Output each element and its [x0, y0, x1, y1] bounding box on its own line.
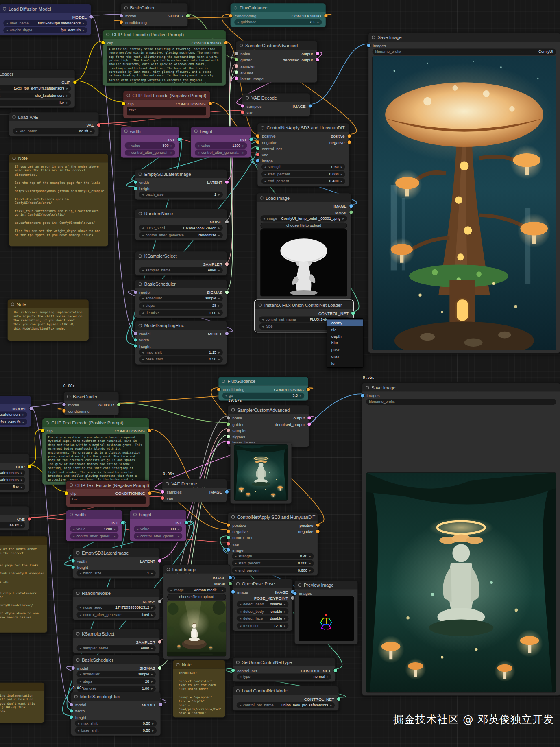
output-port-guider[interactable] — [186, 14, 189, 17]
collapse-dot-icon[interactable] — [139, 282, 142, 286]
node-header[interactable]: CLIP Text Encode (Negative Prompt) — [123, 91, 210, 100]
widget-value[interactable]: ◂value800▸ — [125, 142, 175, 149]
increment-arrow-icon[interactable]: ▸ — [178, 527, 179, 531]
prompt-textarea[interactable]: If you get an error in any of the nodes … — [0, 546, 44, 630]
input-port-width[interactable] — [71, 559, 74, 562]
input-port-noise[interactable] — [235, 52, 238, 55]
collapse-dot-icon[interactable] — [124, 6, 128, 9]
decrement-arrow-icon[interactable]: ◂ — [78, 721, 79, 725]
node-note-model-sampling[interactable]: NoteThe reference sampling implementatio… — [7, 299, 89, 341]
node-load-diffusion-model[interactable]: Load Diffusion ModelMODEL◂unet_nameflux1… — [0, 4, 92, 35]
collapse-dot-icon[interactable] — [76, 591, 79, 594]
collapse-dot-icon[interactable] — [139, 212, 142, 215]
increment-arrow-icon[interactable]: ▸ — [114, 527, 115, 531]
output-port-sigmas[interactable] — [158, 666, 161, 670]
widget-scheduler[interactable]: ◂schedulersimple▸ — [76, 671, 155, 677]
increment-arrow-icon[interactable]: ▸ — [152, 729, 154, 732]
output-port-model[interactable] — [225, 332, 228, 335]
collapse-dot-icon[interactable] — [246, 96, 249, 99]
node-empty-sd3-latent[interactable]: EmptySD3LatentImagewidthLATENTheight◂bat… — [135, 169, 227, 200]
increment-arrow-icon[interactable]: ▸ — [218, 269, 220, 272]
decrement-arrow-icon[interactable]: ◂ — [142, 311, 144, 315]
output-port-vae[interactable] — [27, 517, 31, 520]
output-port-sigmas[interactable] — [225, 290, 228, 294]
node-sampler-custom-advanced[interactable]: SamplerCustomAdvancednoiseoutputguiderde… — [236, 41, 318, 83]
widget-noise-seed[interactable]: ◂noise_seed1747205935592312▸ — [76, 605, 155, 611]
widget-gu[interactable]: ◂gu3.5▸ — [222, 393, 304, 399]
widget-control-after-generate[interactable]: ◂control_after_generate▸ — [125, 150, 175, 156]
node-ksampler-select-2[interactable]: KSamplerSelectSAMPLER◂sampler_nameeuler▸ — [72, 629, 160, 653]
node-header[interactable]: RandomNoise — [135, 209, 227, 218]
node-header[interactable]: KSamplerSelect — [135, 251, 227, 260]
collapse-dot-icon[interactable] — [366, 386, 369, 389]
collapse-dot-icon[interactable] — [222, 380, 225, 383]
output-port-image[interactable] — [228, 576, 231, 579]
increment-arrow-icon[interactable]: ▸ — [171, 144, 172, 147]
output-port-sampler[interactable] — [225, 262, 228, 266]
increment-arrow-icon[interactable]: ▸ — [300, 394, 301, 398]
decrement-arrow-icon[interactable]: ◂ — [80, 571, 81, 575]
widget-detect-body[interactable]: ◂detect_bodyenable▸ — [237, 608, 289, 614]
decrement-arrow-icon[interactable]: ◂ — [6, 28, 8, 32]
widget-type[interactable]: ◂typeflux▸ — [0, 100, 71, 106]
output-port-int[interactable] — [185, 521, 188, 524]
decrement-arrow-icon[interactable]: ◂ — [198, 144, 199, 147]
node-save-image-2[interactable]: Save Imageimagesfilename_prefix — [362, 382, 560, 696]
increment-arrow-icon[interactable]: ▸ — [218, 233, 220, 237]
node-width-primitive-2[interactable]: widthINT◂value1200▸◂control_after_genera… — [66, 510, 123, 542]
node-model-sampling-flux-2[interactable]: ModelSamplingFluxmodelMODELwidthheight◂m… — [70, 692, 161, 736]
input-port-model[interactable] — [71, 666, 74, 670]
increment-arrow-icon[interactable]: ▸ — [178, 534, 179, 538]
node-dual-clip-loader-2[interactable]: DualCLIPLoaderCLIP◂clip_name1t5xxl_fp8_e… — [0, 454, 30, 493]
increment-arrow-icon[interactable]: ▸ — [21, 478, 22, 482]
input-port-height[interactable] — [69, 715, 72, 719]
output-port-mask[interactable] — [349, 210, 353, 214]
dropdown-item-lq[interactable]: lq — [327, 360, 363, 366]
node-header[interactable]: CLIP Text Encode (Negative Prompt) — [66, 481, 150, 489]
input-port-positive[interactable] — [227, 524, 230, 527]
input-port-sampler[interactable] — [235, 64, 238, 68]
increment-arrow-icon[interactable]: ▸ — [218, 304, 220, 307]
output-port-conditioning[interactable] — [208, 102, 211, 105]
node-header[interactable]: Load Diffusion Model — [0, 4, 91, 13]
dropdown-item-blur[interactable]: blur — [327, 340, 363, 346]
increment-arrow-icon[interactable]: ▸ — [341, 165, 342, 169]
node-clip-text-encode-positive-2[interactable]: CLIP Text Encode (Positive Prompt)clipCO… — [42, 418, 150, 485]
widget-detect-hand[interactable]: ◂detect_handdisable▸ — [237, 601, 289, 607]
widget-base-shift[interactable]: ◂base_shift0.50▸ — [139, 356, 223, 363]
decrement-arrow-icon[interactable]: ◂ — [73, 527, 74, 531]
output-port-clip[interactable] — [27, 465, 31, 468]
decrement-arrow-icon[interactable]: ◂ — [262, 325, 264, 328]
dropdown-item-gray[interactable]: gray — [327, 353, 363, 360]
output-port-output[interactable] — [307, 416, 311, 419]
input-port-height[interactable] — [133, 344, 137, 347]
widget-unet-name[interactable]: ◂unet_nameflux1-dev-fp8.safetensors▸ — [3, 20, 87, 26]
increment-arrow-icon[interactable]: ▸ — [342, 216, 344, 220]
node-load-image[interactable]: Load ImageIMAGEMASK◂imageComfyUI_temp_pu… — [256, 193, 351, 299]
increment-arrow-icon[interactable]: ▸ — [330, 703, 332, 707]
input-port-guider[interactable] — [235, 58, 238, 61]
increment-arrow-icon[interactable]: ▸ — [218, 193, 220, 197]
input-port-conditioning[interactable] — [217, 388, 220, 391]
output-port-pose-keypoint[interactable] — [291, 596, 294, 600]
collapse-dot-icon[interactable] — [194, 129, 198, 133]
collapse-dot-icon[interactable] — [139, 254, 142, 258]
node-flux-guidance[interactable]: FluxGuidanceconditioningCONDITIONING◂gui… — [230, 3, 326, 28]
output-port-output[interactable] — [316, 52, 319, 55]
widget-max-shift[interactable]: ◂max_shift1.15▸ — [139, 349, 223, 355]
collapse-dot-icon[interactable] — [236, 689, 240, 692]
increment-arrow-icon[interactable]: ▸ — [151, 613, 153, 616]
decrement-arrow-icon[interactable]: ◂ — [142, 226, 144, 230]
input-port-sampler[interactable] — [227, 429, 230, 432]
decrement-arrow-icon[interactable]: ◂ — [240, 675, 241, 678]
decrement-arrow-icon[interactable]: ◂ — [137, 527, 138, 531]
node-header[interactable]: ControlNetApply SD3 and HunyuanDiT — [257, 123, 349, 132]
widget-clip-name2[interactable]: ◂clip_name2clip_l.safetensors▸ — [0, 477, 25, 483]
input-port-model[interactable] — [133, 290, 137, 294]
decrement-arrow-icon[interactable]: ◂ — [263, 216, 265, 220]
node-header[interactable]: SamplerCustomAdvanced — [236, 41, 317, 50]
prompt-textarea[interactable]: IMPORTANT! Correct controlnet type to se… — [176, 670, 221, 714]
widget-unet-name[interactable]: ◂unet_nameflux1-dev-fp8.safetensors▸ — [0, 412, 27, 418]
input-port-sigmas[interactable] — [227, 435, 230, 438]
widget-scheduler[interactable]: ◂schedulersimple▸ — [139, 295, 223, 301]
